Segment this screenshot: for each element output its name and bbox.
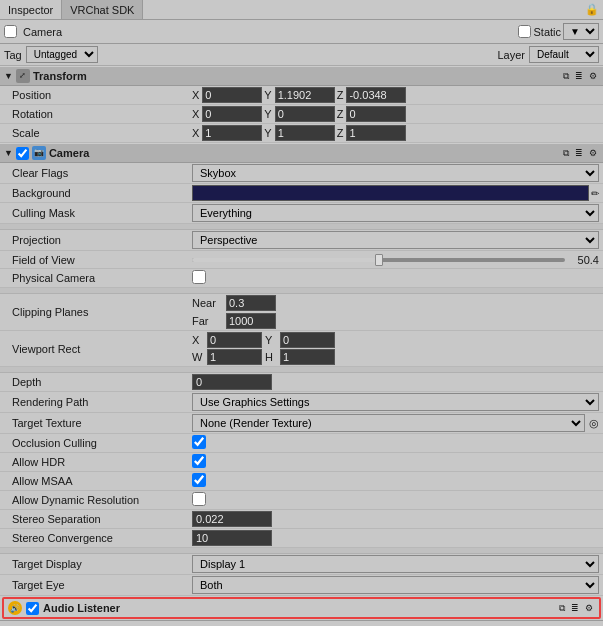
audio-settings-btn[interactable]: ⚙ bbox=[583, 603, 595, 614]
transform-icon: ⤢ bbox=[16, 69, 30, 83]
scale-x[interactable] bbox=[202, 125, 262, 141]
stereo-convergence-row: Stereo Convergence bbox=[0, 529, 603, 548]
culling-mask-label: Culling Mask bbox=[12, 207, 192, 219]
camera-paste-btn[interactable]: ≣ bbox=[573, 148, 585, 159]
add-component-row: Add Component bbox=[0, 620, 603, 626]
scale-row: Scale X Y Z bbox=[0, 124, 603, 143]
transform-actions: ⧉ ≣ ⚙ bbox=[561, 71, 599, 82]
projection-label: Projection bbox=[12, 234, 192, 246]
culling-mask-dropdown[interactable]: Everything bbox=[192, 204, 599, 222]
transform-settings-btn[interactable]: ⚙ bbox=[587, 71, 599, 82]
stereo-separation-input[interactable] bbox=[192, 511, 272, 527]
fov-slider-track[interactable] bbox=[192, 258, 565, 262]
projection-row: Projection Perspective bbox=[0, 230, 603, 251]
clipping-near-row: Near bbox=[192, 295, 599, 311]
tab-inspector[interactable]: Inspector bbox=[0, 0, 62, 19]
rotation-x[interactable] bbox=[202, 106, 262, 122]
audio-listener-section: 🔊 Audio Listener ⧉ ≣ ⚙ bbox=[2, 597, 601, 619]
camera-copy-btn[interactable]: ⧉ bbox=[561, 148, 571, 159]
audio-copy-btn[interactable]: ⧉ bbox=[557, 603, 567, 614]
position-x[interactable] bbox=[202, 87, 262, 103]
rotation-z[interactable] bbox=[346, 106, 406, 122]
target-display-dropdown[interactable]: Display 1 bbox=[192, 555, 599, 573]
viewport-x-input[interactable] bbox=[207, 332, 262, 348]
background-label: Background bbox=[12, 187, 192, 199]
static-area: Static ▼ bbox=[518, 23, 599, 40]
camera-section-header[interactable]: ▼ 📷 Camera ⧉ ≣ ⚙ bbox=[0, 143, 603, 163]
transform-title: Transform bbox=[33, 70, 561, 82]
target-eye-row: Target Eye Both bbox=[0, 575, 603, 596]
transform-paste-btn[interactable]: ≣ bbox=[573, 71, 585, 82]
position-y[interactable] bbox=[275, 87, 335, 103]
rotation-value: X Y Z bbox=[192, 106, 599, 122]
clip-far-input[interactable] bbox=[226, 313, 276, 329]
target-texture-row: Target Texture None (Render Texture) ◎ bbox=[0, 413, 603, 434]
rendering-path-dropdown[interactable]: Use Graphics Settings bbox=[192, 393, 599, 411]
camera-icon: 📷 bbox=[32, 146, 46, 160]
tag-select[interactable]: Untagged bbox=[26, 46, 98, 63]
stereo-separation-label: Stereo Separation bbox=[12, 513, 192, 525]
target-texture-label: Target Texture bbox=[12, 417, 192, 429]
depth-input[interactable] bbox=[192, 374, 272, 390]
clipping-planes-label: Clipping Planes bbox=[12, 306, 192, 318]
transform-arrow: ▼ bbox=[4, 71, 13, 81]
projection-dropdown[interactable]: Perspective bbox=[192, 231, 599, 249]
target-texture-dropdown[interactable]: None (Render Texture) bbox=[192, 414, 585, 432]
occlusion-culling-label: Occlusion Culling bbox=[12, 437, 192, 449]
allow-hdr-label: Allow HDR bbox=[12, 456, 192, 468]
rotation-y[interactable] bbox=[275, 106, 335, 122]
stereo-convergence-input[interactable] bbox=[192, 530, 272, 546]
scale-y[interactable] bbox=[275, 125, 335, 141]
position-label: Position bbox=[12, 89, 192, 101]
layer-select[interactable]: Default bbox=[529, 46, 599, 63]
layer-label: Layer bbox=[497, 49, 525, 61]
viewport-h-input[interactable] bbox=[280, 349, 335, 365]
camera-settings-btn[interactable]: ⚙ bbox=[587, 148, 599, 159]
static-checkbox[interactable] bbox=[518, 25, 531, 38]
lock-icon[interactable]: 🔒 bbox=[585, 3, 599, 16]
object-header: Camera Static ▼ bbox=[0, 20, 603, 44]
allow-msaa-label: Allow MSAA bbox=[12, 475, 192, 487]
transform-copy-btn[interactable]: ⧉ bbox=[561, 71, 571, 82]
viewport-w-input[interactable] bbox=[207, 349, 262, 365]
fov-slider-fill bbox=[192, 258, 379, 262]
culling-mask-row: Culling Mask Everything bbox=[0, 203, 603, 224]
occlusion-culling-checkbox[interactable] bbox=[192, 435, 206, 449]
clip-far-label: Far bbox=[192, 315, 222, 327]
camera-enabled-checkbox[interactable] bbox=[16, 147, 29, 160]
audio-listener-enabled-checkbox[interactable] bbox=[26, 602, 39, 615]
allow-dynamic-res-checkbox[interactable] bbox=[192, 492, 206, 506]
allow-hdr-checkbox[interactable] bbox=[192, 454, 206, 468]
object-name: Camera bbox=[21, 26, 518, 38]
scale-label: Scale bbox=[12, 127, 192, 139]
allow-dynamic-res-row: Allow Dynamic Resolution bbox=[0, 491, 603, 510]
background-row: Background ✏ bbox=[0, 184, 603, 203]
position-z[interactable] bbox=[346, 87, 406, 103]
target-display-row: Target Display Display 1 bbox=[0, 554, 603, 575]
clip-near-label: Near bbox=[192, 297, 222, 309]
fov-slider-thumb[interactable] bbox=[375, 254, 383, 266]
static-dropdown[interactable]: ▼ bbox=[563, 23, 599, 40]
clip-near-input[interactable] bbox=[226, 295, 276, 311]
object-enabled-checkbox[interactable] bbox=[4, 25, 17, 38]
viewport-xy-row: X Y bbox=[192, 332, 599, 348]
scale-z[interactable] bbox=[346, 125, 406, 141]
clipping-planes-row: Clipping Planes Near Far bbox=[0, 294, 603, 331]
position-row: Position X Y Z bbox=[0, 86, 603, 105]
audio-paste-btn[interactable]: ≣ bbox=[569, 603, 581, 614]
background-color-swatch[interactable] bbox=[192, 185, 589, 201]
clear-flags-dropdown[interactable]: Skybox bbox=[192, 164, 599, 182]
target-texture-pick-icon[interactable]: ◎ bbox=[589, 417, 599, 430]
transform-section-header[interactable]: ▼ ⤢ Transform ⧉ ≣ ⚙ bbox=[0, 66, 603, 86]
background-edit-icon[interactable]: ✏ bbox=[591, 188, 599, 199]
target-eye-dropdown[interactable]: Both bbox=[192, 576, 599, 594]
viewport-y-input[interactable] bbox=[280, 332, 335, 348]
position-value: X Y Z bbox=[192, 87, 599, 103]
target-display-label: Target Display bbox=[12, 558, 192, 570]
depth-label: Depth bbox=[12, 376, 192, 388]
physical-camera-checkbox[interactable] bbox=[192, 270, 206, 284]
stereo-separation-row: Stereo Separation bbox=[0, 510, 603, 529]
viewport-wh-row: W H bbox=[192, 349, 599, 365]
allow-msaa-checkbox[interactable] bbox=[192, 473, 206, 487]
tab-vrchat-sdk[interactable]: VRChat SDK bbox=[62, 0, 143, 19]
